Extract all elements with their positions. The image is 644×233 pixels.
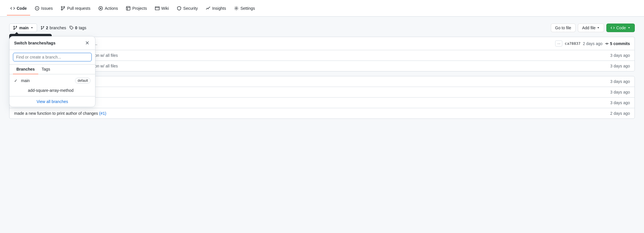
table-row: .gitignore First version w/ all files 3 … bbox=[9, 61, 635, 71]
nav-insights-label: Insights bbox=[212, 6, 226, 11]
file-commit-msg: First version w/ all files bbox=[77, 64, 607, 68]
svg-rect-8 bbox=[126, 6, 130, 10]
svg-point-2 bbox=[61, 6, 62, 7]
commit-hash: ca78837 bbox=[565, 41, 580, 46]
nav-wiki-label: Wiki bbox=[161, 6, 169, 11]
log-row: I'm heppy with the automatic changes 3 d… bbox=[9, 87, 635, 98]
go-to-file-button[interactable]: Go to file bbox=[551, 24, 576, 32]
add-file-button[interactable]: Add file bbox=[578, 24, 604, 32]
nav-code-label: Code bbox=[17, 6, 27, 11]
table-row: .editorconfig First version w/ all files… bbox=[9, 50, 635, 61]
svg-point-19 bbox=[43, 26, 44, 27]
svg-marker-7 bbox=[100, 7, 102, 9]
nav-issues-label: Issues bbox=[41, 6, 53, 11]
log-time: 3 days ago bbox=[610, 90, 630, 94]
tags-count: 0 bbox=[75, 26, 77, 30]
file-table: .editorconfig First version w/ all files… bbox=[9, 50, 635, 71]
svg-point-13 bbox=[14, 26, 15, 27]
svg-point-15 bbox=[16, 26, 17, 27]
log-time: 3 days ago bbox=[610, 100, 630, 105]
dropdown-search-area bbox=[9, 50, 95, 65]
nav-actions-label: Actions bbox=[105, 6, 118, 11]
log-row: First version w/ all files 3 days ago bbox=[9, 98, 635, 108]
svg-point-14 bbox=[14, 29, 15, 30]
repo-toolbar: main Switch branches or tags 2 branches … bbox=[9, 24, 635, 32]
tab-branches[interactable]: Branches bbox=[13, 65, 38, 74]
svg-point-3 bbox=[61, 9, 62, 10]
commits-label: commits bbox=[613, 41, 630, 46]
log-msg: made a new function to print author of c… bbox=[14, 111, 106, 116]
nav-security-label: Security bbox=[183, 6, 198, 11]
view-all-branches-link[interactable]: View all branches bbox=[9, 96, 95, 107]
commits-count: 5 bbox=[610, 41, 612, 46]
dropdown-tabs: Branches Tags bbox=[9, 65, 95, 74]
tab-tags[interactable]: Tags bbox=[38, 65, 54, 74]
branches-count-link[interactable]: 2 branches bbox=[41, 26, 66, 30]
dropdown-title: Switch branches/tags bbox=[14, 41, 55, 45]
default-badge: default bbox=[75, 78, 91, 84]
log-time: 2 days ago bbox=[610, 111, 630, 116]
nav-security[interactable]: Security bbox=[173, 4, 201, 13]
log-row: First version w/ all files 3 days ago bbox=[9, 76, 635, 87]
svg-point-12 bbox=[236, 7, 237, 9]
nav-pr-label: Pull requests bbox=[67, 6, 90, 11]
log-time: 3 days ago bbox=[610, 79, 630, 84]
svg-point-21 bbox=[71, 27, 71, 28]
branch-selector-wrapper: main Switch branches or tags bbox=[9, 24, 37, 32]
dropdown-close-button[interactable]: ✕ bbox=[84, 40, 91, 46]
nav-wiki[interactable]: Wiki bbox=[152, 4, 172, 13]
branch-button[interactable]: main bbox=[9, 24, 37, 32]
nav-insights[interactable]: Insights bbox=[202, 4, 229, 13]
activity-log: First version w/ all files 3 days ago I'… bbox=[9, 76, 635, 119]
check-icon: ✓ bbox=[14, 78, 19, 83]
file-commit-msg: First version w/ all files bbox=[77, 53, 607, 58]
branch-dropdown: Switch branches/tags ✕ Branches Tags ✓ m… bbox=[9, 36, 95, 107]
branch-name-add-square: add-square-array-method bbox=[28, 88, 91, 93]
nav-settings[interactable]: Settings bbox=[231, 4, 258, 13]
nav-projects-label: Projects bbox=[132, 6, 147, 11]
branch-item-main[interactable]: ✓ main default bbox=[9, 75, 95, 86]
nav-projects[interactable]: Projects bbox=[122, 4, 150, 13]
nav-actions[interactable]: Actions bbox=[95, 4, 121, 13]
nav-settings-label: Settings bbox=[240, 6, 255, 11]
dropdown-header: Switch branches/tags ✕ bbox=[9, 36, 95, 50]
svg-point-17 bbox=[41, 26, 42, 27]
commits-count-link[interactable]: 5 commits bbox=[605, 41, 630, 46]
svg-point-1 bbox=[37, 8, 38, 9]
svg-point-4 bbox=[64, 6, 65, 7]
branches-label: branches bbox=[49, 26, 66, 30]
nav-issues[interactable]: Issues bbox=[31, 4, 56, 13]
commit-bar: ✓ de a new function to print author of c… bbox=[9, 37, 635, 50]
pr-link[interactable]: (#1) bbox=[99, 111, 106, 116]
code-button[interactable]: Code bbox=[606, 24, 635, 32]
tags-label: tags bbox=[79, 26, 86, 30]
file-time: 3 days ago bbox=[610, 64, 630, 68]
nav-pullrequests[interactable]: Pull requests bbox=[57, 4, 94, 13]
commit-message: de a new function to print author of cha… bbox=[20, 41, 553, 46]
svg-point-22 bbox=[606, 43, 607, 44]
commit-time: 2 days ago bbox=[583, 41, 603, 46]
nav-code[interactable]: Code bbox=[7, 4, 30, 13]
log-row: made a new function to print author of c… bbox=[9, 108, 635, 119]
branch-item-add-square[interactable]: ✓ add-square-array-method bbox=[9, 86, 95, 95]
file-time: 3 days ago bbox=[610, 53, 630, 58]
tags-count-link[interactable]: 0 tags bbox=[70, 26, 86, 30]
branch-name-main: main bbox=[21, 78, 73, 83]
toolbar-right: Go to file Add file Code bbox=[551, 24, 635, 32]
commit-ellipsis-button[interactable]: ··· bbox=[555, 40, 562, 46]
branches-count: 2 bbox=[46, 26, 48, 30]
branch-name: main bbox=[19, 26, 29, 30]
svg-point-18 bbox=[41, 29, 42, 30]
dropdown-branch-list: ✓ main default ✓ add-square-array-method bbox=[9, 74, 95, 96]
top-nav: Code Issues Pull requests Actions Projec… bbox=[0, 0, 644, 17]
main-content: main Switch branches or tags 2 branches … bbox=[0, 17, 644, 126]
branch-search-input[interactable] bbox=[13, 53, 92, 61]
